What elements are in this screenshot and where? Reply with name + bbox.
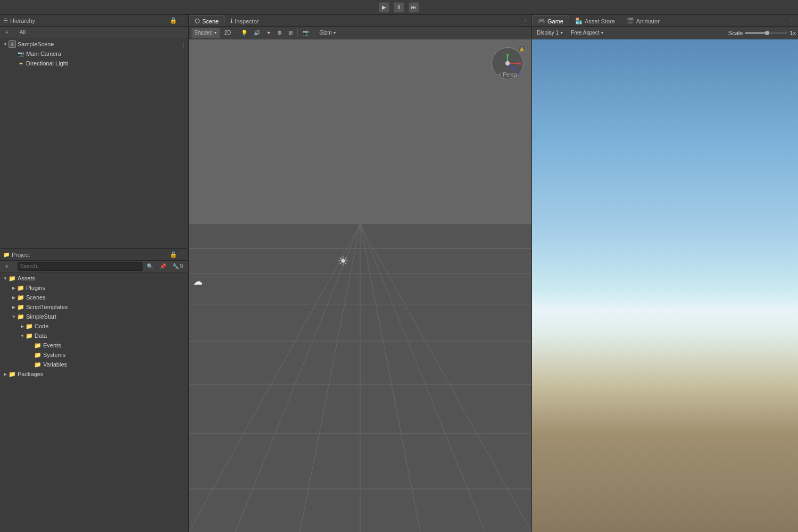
lighting-button[interactable]: 💡: [238, 28, 250, 38]
variables-label: Variables: [43, 361, 67, 368]
systems-folder-item[interactable]: 📁 Systems: [0, 350, 188, 360]
asset-store-tab[interactable]: 🏪 Asset Store: [569, 15, 621, 26]
package-count-btn[interactable]: 🔧 9: [170, 263, 185, 270]
all-button[interactable]: All: [18, 29, 28, 36]
code-arrow: ▶: [19, 323, 26, 329]
events-icon: 📁: [34, 342, 41, 349]
scale-label: Scale: [728, 30, 743, 36]
play-button[interactable]: ▶: [379, 2, 389, 13]
2d-button[interactable]: 2D: [221, 28, 234, 38]
scenes-folder-item[interactable]: ▶ 📁 Scenes: [0, 293, 188, 302]
scene-tool-sep2: [297, 29, 298, 37]
step-button[interactable]: ⏭: [409, 2, 419, 13]
project-content: ▼ 📁 Assets ▶ 📁 Plugins ▶ 📁 Scenes: [0, 272, 188, 532]
camera-btn[interactable]: 📷: [300, 28, 312, 38]
assets-label: Assets: [18, 275, 35, 281]
scale-slider-thumb[interactable]: [765, 31, 769, 35]
project-panel: 📁 Project 🔒 ⋮ + 🔍 📌 🔧 9 ▼: [0, 249, 188, 532]
tab-more-btn[interactable]: ⋮: [519, 19, 531, 26]
display-label: Display 1: [537, 30, 559, 36]
left-panel: ☰ Hierarchy 🔒 ⋮ + All ▼ S SampleScene ⋮: [0, 15, 189, 532]
hierarchy-toolbar: + All: [0, 27, 188, 38]
packages-folder-item[interactable]: ▶ 📁 Packages: [0, 369, 188, 379]
scene-icon: S: [9, 40, 16, 48]
fx-button[interactable]: ✦: [264, 28, 273, 38]
variables-arrow: [28, 361, 34, 368]
simplestart-label: SimpleStart: [26, 313, 56, 320]
search-icon-btn[interactable]: 🔍: [145, 263, 155, 270]
data-folder-item[interactable]: ▼ 📁 Data: [0, 331, 188, 340]
shaded-dropdown[interactable]: Shaded ▼: [191, 28, 220, 38]
code-icon: 📁: [26, 322, 33, 330]
pause-button[interactable]: ⏸: [394, 2, 404, 13]
project-lock-icon[interactable]: 🔒: [170, 251, 177, 258]
package-count-label: 9: [180, 263, 183, 269]
animator-tab[interactable]: 🎬 Animator: [621, 15, 666, 26]
top-bar: ▶ ⏸ ⏭: [0, 0, 798, 15]
shaded-arrow: ▼: [213, 31, 217, 35]
game-tab-more[interactable]: ⋮: [786, 19, 798, 26]
lock-icon[interactable]: 🔒: [170, 17, 177, 24]
gizmos-dropdown[interactable]: Gizm ▼: [317, 28, 339, 38]
shaded-label: Shaded: [194, 30, 212, 36]
display-dropdown[interactable]: Display 1 ▼: [534, 28, 566, 38]
plugins-arrow: ▶: [11, 285, 17, 291]
simplestart-icon: 📁: [17, 313, 24, 320]
animator-label: Animator: [636, 18, 660, 24]
systems-icon: 📁: [34, 351, 41, 359]
game-sky: [532, 39, 798, 532]
project-search-input[interactable]: [18, 262, 143, 271]
simplestart-arrow: ▼: [11, 313, 17, 320]
scene-item[interactable]: ▼ S SampleScene ⋮: [0, 39, 188, 49]
scene-more[interactable]: ⋮: [181, 41, 186, 47]
assets-folder-icon: 📁: [9, 275, 16, 282]
project-title: Project: [12, 252, 30, 258]
scene-tab[interactable]: ⬡ Scene: [189, 15, 225, 26]
events-arrow: [28, 342, 34, 348]
assets-folder-item[interactable]: ▼ 📁 Assets: [0, 273, 188, 283]
main-layout: ☰ Hierarchy 🔒 ⋮ + All ▼ S SampleScene ⋮: [0, 15, 798, 532]
scenes-label: Scenes: [26, 294, 46, 301]
directional-light-item[interactable]: ☀ Directional Light: [0, 59, 188, 68]
aspect-dropdown[interactable]: Free Aspect ▼: [568, 28, 606, 38]
packages-icon: 📁: [9, 370, 16, 378]
plugins-label: Plugins: [26, 285, 45, 291]
inspector-tab[interactable]: ℹ Inspector: [225, 15, 264, 26]
game-tab-label: Game: [547, 18, 563, 24]
events-folder-item[interactable]: 📁 Events: [0, 340, 188, 350]
scene-viewport[interactable]: ☀ ☁ y x z 🔒: [189, 39, 531, 532]
asset-store-label: Asset Store: [585, 18, 615, 24]
z-axis-label: z: [517, 70, 520, 75]
data-arrow: ▼: [19, 332, 26, 339]
main-camera-item[interactable]: 📷 Main Camera: [0, 49, 188, 59]
inspector-tab-icon: ℹ: [230, 18, 232, 24]
project-sep: [14, 263, 14, 270]
hierarchy-add-button[interactable]: +: [3, 29, 11, 36]
inspector-tab-label: Inspector: [235, 18, 259, 24]
hierarchy-header: ☰ Hierarchy 🔒 ⋮: [0, 15, 188, 27]
plugins-folder-item[interactable]: ▶ 📁 Plugins: [0, 283, 188, 293]
gizmo-lock-btn[interactable]: 🔒: [519, 46, 525, 52]
pin-icon-btn[interactable]: 📌: [157, 263, 168, 270]
hierarchy-more-icon[interactable]: ⋮: [179, 17, 185, 24]
game-tab[interactable]: 🎮 Game: [532, 15, 569, 26]
light-arrow-empty: [11, 60, 17, 66]
scene-render-btn[interactable]: ⚙: [275, 28, 285, 38]
scene-tool-sep3: [314, 29, 314, 37]
variables-folder-item[interactable]: 📁 Variables: [0, 360, 188, 369]
project-more-icon[interactable]: ⋮: [179, 251, 185, 258]
simplestart-folder-item[interactable]: ▼ 📁 SimpleStart: [0, 312, 188, 321]
hidden-mesh-btn[interactable]: ⊞: [286, 28, 295, 38]
sun-icon: ☀: [337, 254, 349, 269]
code-folder-item[interactable]: ▶ 📁 Code: [0, 321, 188, 331]
data-icon: 📁: [26, 332, 33, 339]
audio-button[interactable]: 🔊: [251, 28, 263, 38]
scale-slider-track[interactable]: [745, 32, 787, 34]
project-add-button[interactable]: +: [3, 263, 11, 270]
directional-light-label: Directional Light: [26, 60, 68, 66]
scenes-icon: 📁: [17, 294, 24, 301]
gizmo-widget[interactable]: y x z 🔒 < Persp: [489, 45, 526, 82]
project-toolbar: + 🔍 📌 🔧 9: [0, 261, 188, 272]
scripttemplates-folder-item[interactable]: ▶ 📁 ScriptTemplates: [0, 302, 188, 312]
project-header: 📁 Project 🔒 ⋮: [0, 249, 188, 261]
